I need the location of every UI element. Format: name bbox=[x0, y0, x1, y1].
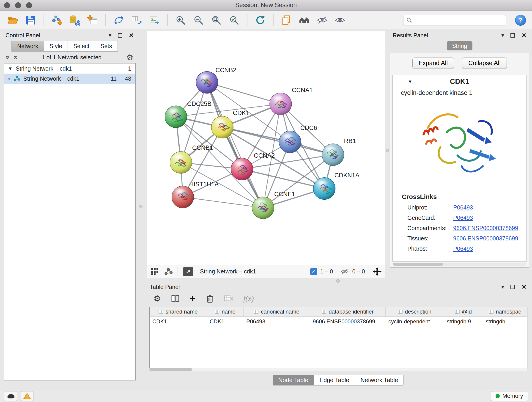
tab-node-table[interactable]: Node Table bbox=[273, 375, 314, 385]
zoom-selected-button[interactable] bbox=[227, 13, 241, 27]
search-input[interactable] bbox=[414, 17, 503, 23]
tab-network-table[interactable]: Network Table bbox=[355, 375, 404, 385]
import-network-from-database-button[interactable] bbox=[68, 13, 82, 27]
network-edge[interactable] bbox=[207, 83, 263, 208]
crosslink-link[interactable]: P06493 bbox=[453, 245, 473, 252]
close-window-button[interactable] bbox=[4, 2, 10, 8]
tab-string[interactable]: String bbox=[447, 41, 472, 51]
splitter-handle[interactable] bbox=[336, 279, 340, 283]
network-row-selected[interactable]: ● String Network – cdk1 11 48 bbox=[4, 74, 135, 84]
table-cell[interactable]: 9606.ENSP00000378699 bbox=[310, 317, 386, 326]
table-settings-gear-icon[interactable]: ⚙ bbox=[153, 294, 161, 303]
column-header[interactable]: database identifier bbox=[310, 307, 386, 317]
network-view-canvas[interactable]: CCNB2CCNA1CDC25BCDK1CDC6RB1CCNB1CCNA2CDK… bbox=[147, 31, 385, 265]
home-button[interactable] bbox=[298, 13, 311, 27]
crosslink-link[interactable]: 9606.ENSP00000378699 bbox=[453, 225, 518, 231]
scrollbar-thumb[interactable] bbox=[150, 368, 192, 371]
network-collection-row[interactable]: ▼ String Network – cdk1 1 bbox=[4, 64, 135, 74]
collapse-all-button[interactable]: Collapse All bbox=[462, 57, 507, 69]
import-network-from-file-button[interactable] bbox=[50, 13, 64, 27]
close-panel-icon[interactable]: ✕ bbox=[521, 283, 526, 291]
section-collapse-icon[interactable]: ▼ bbox=[408, 79, 412, 84]
network-table-export-button[interactable] bbox=[130, 13, 143, 27]
table-horizontal-scrollbar[interactable] bbox=[149, 368, 527, 371]
splitter-handle[interactable] bbox=[139, 205, 143, 208]
help-button[interactable]: ? bbox=[515, 15, 526, 26]
column-header[interactable]: name bbox=[207, 307, 244, 317]
tab-sets[interactable]: Sets bbox=[95, 41, 118, 51]
scrollbar-thumb[interactable] bbox=[393, 263, 443, 266]
table-cell[interactable]: CDK1 bbox=[150, 317, 207, 326]
toggle-graphics-details-button[interactable] bbox=[333, 13, 347, 27]
gear-icon[interactable]: ⚙ bbox=[127, 53, 133, 62]
network-edge[interactable] bbox=[183, 197, 263, 208]
selected-checkbox[interactable]: ✓ bbox=[310, 268, 317, 275]
expand-all-button[interactable]: Expand All bbox=[412, 57, 454, 69]
export-image-button[interactable] bbox=[147, 13, 161, 27]
column-header[interactable]: shared name bbox=[150, 307, 207, 317]
table-cell[interactable]: stringdb:9... bbox=[444, 317, 483, 326]
panel-menu-icon[interactable]: ▾ bbox=[501, 32, 504, 38]
table-cell[interactable]: cyclin-dependent ... bbox=[386, 317, 444, 326]
minimize-window-button[interactable] bbox=[15, 2, 21, 8]
table-row[interactable]: CDK1 CDK1 P06493 9606.ENSP00000378699 cy… bbox=[150, 317, 527, 326]
float-panel-icon[interactable] bbox=[118, 33, 122, 38]
search-icon bbox=[406, 17, 412, 23]
column-header[interactable]: description bbox=[386, 307, 444, 317]
close-panel-icon[interactable]: ✕ bbox=[521, 32, 526, 39]
apply-layout-button[interactable] bbox=[253, 13, 267, 27]
network-edge[interactable] bbox=[207, 83, 281, 104]
column-header[interactable]: namespac bbox=[483, 307, 527, 317]
copy-document-button[interactable] bbox=[279, 13, 293, 27]
panel-menu-icon[interactable]: ▾ bbox=[109, 32, 111, 38]
zoom-out-button[interactable] bbox=[191, 13, 205, 27]
tab-network[interactable]: Network bbox=[12, 41, 44, 51]
add-column-icon[interactable]: + bbox=[190, 294, 196, 304]
float-panel-icon[interactable] bbox=[510, 285, 515, 289]
column-header[interactable]: @id bbox=[444, 307, 483, 317]
cloud-status-button[interactable] bbox=[4, 391, 17, 401]
collection-expand-icon[interactable]: ▼ bbox=[8, 66, 13, 71]
zoom-window-button[interactable] bbox=[26, 2, 32, 8]
tab-style[interactable]: Style bbox=[44, 41, 68, 51]
open-session-button[interactable] bbox=[6, 13, 20, 27]
cloud-icon bbox=[7, 393, 14, 399]
table-cell[interactable]: P06493 bbox=[244, 317, 310, 326]
results-scrollbar[interactable] bbox=[393, 263, 526, 266]
clone-network-button[interactable] bbox=[112, 13, 126, 27]
crosslink-link[interactable]: P06493 bbox=[453, 204, 473, 211]
delete-trash-icon[interactable] bbox=[206, 294, 214, 303]
pan-crosshair-icon[interactable] bbox=[372, 267, 382, 276]
save-session-button[interactable] bbox=[24, 13, 38, 27]
network-node-count: 11 bbox=[111, 75, 117, 82]
memory-button[interactable]: Memory bbox=[491, 391, 528, 401]
tab-select[interactable]: Select bbox=[68, 41, 95, 51]
panel-menu-icon[interactable]: ▾ bbox=[501, 284, 504, 290]
warnings-button[interactable] bbox=[21, 391, 33, 401]
share-network-icon[interactable] bbox=[164, 268, 172, 276]
import-table-from-file-button[interactable] bbox=[86, 13, 99, 27]
close-panel-icon[interactable]: ✕ bbox=[129, 32, 134, 39]
column-header[interactable]: canonical name bbox=[244, 307, 310, 317]
app-window: Session: New Session ? Control bbox=[0, 0, 532, 402]
collapse-all-networks-icon[interactable]: » bbox=[4, 56, 12, 59]
crosslink-link[interactable]: 9606.ENSP00000378699 bbox=[453, 235, 518, 242]
crosslink-link[interactable]: P06493 bbox=[453, 215, 473, 221]
show-columns-icon[interactable] bbox=[171, 294, 180, 303]
hidden-eye-icon[interactable] bbox=[340, 268, 349, 275]
table-cell[interactable]: CDK1 bbox=[207, 317, 244, 326]
results-panel-header: Results Panel ▾ ✕ bbox=[389, 31, 530, 40]
node-shine bbox=[214, 118, 226, 124]
birdseye-view-icon[interactable] bbox=[150, 267, 159, 276]
crosslink-row: Pharos: P06493 bbox=[393, 245, 526, 252]
table-cell[interactable]: stringdb bbox=[483, 317, 527, 326]
expand-all-networks-icon[interactable]: » bbox=[11, 56, 19, 59]
float-panel-icon[interactable] bbox=[510, 33, 515, 38]
zoom-in-button[interactable] bbox=[174, 13, 187, 27]
tab-edge-table[interactable]: Edge Table bbox=[314, 375, 355, 385]
open-in-window-button[interactable] bbox=[183, 267, 193, 276]
annotation-visibility-button[interactable] bbox=[315, 13, 329, 27]
protein-structure-image bbox=[412, 102, 508, 187]
zoom-fit-button[interactable] bbox=[209, 13, 223, 27]
splitter-handle[interactable] bbox=[386, 149, 389, 153]
